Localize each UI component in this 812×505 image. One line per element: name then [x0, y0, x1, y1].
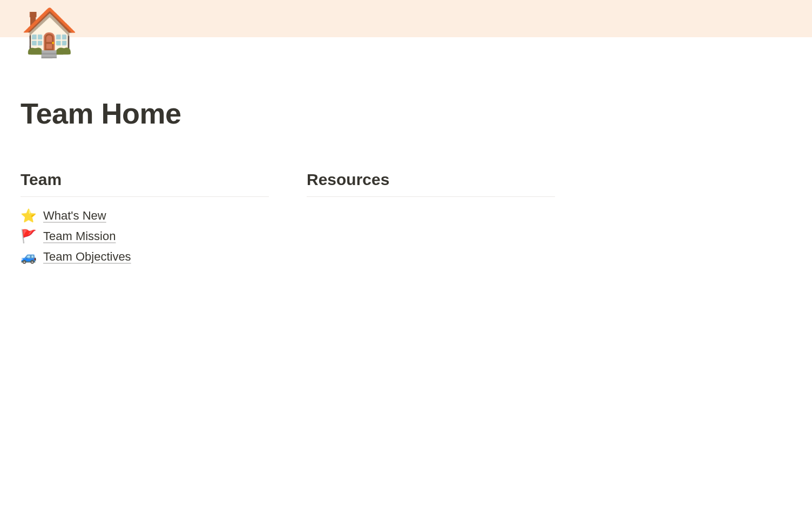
page-link-label: What's New: [43, 209, 106, 223]
page-icon[interactable]: 🏠: [21, 9, 78, 55]
column-team: Team ⭐ What's New 🚩 Team Mission 🚙 Team …: [21, 170, 269, 267]
columns: Team ⭐ What's New 🚩 Team Mission 🚙 Team …: [21, 170, 791, 267]
flag-icon: 🚩: [21, 230, 37, 243]
section-heading-resources[interactable]: Resources: [307, 170, 555, 197]
car-icon: 🚙: [21, 250, 37, 263]
section-heading-team[interactable]: Team: [21, 170, 269, 197]
page-link-label: Team Mission: [43, 229, 116, 243]
page-title[interactable]: Team Home: [21, 97, 791, 130]
header-banner: [0, 0, 812, 37]
page-link-whats-new[interactable]: ⭐ What's New: [21, 206, 269, 226]
page-content: Team Home Team ⭐ What's New 🚩 Team Missi…: [0, 97, 812, 267]
page-link-team-mission[interactable]: 🚩 Team Mission: [21, 226, 269, 247]
star-icon: ⭐: [21, 209, 37, 222]
page-link-team-objectives[interactable]: 🚙 Team Objectives: [21, 247, 269, 267]
column-resources: Resources: [307, 170, 555, 267]
page-link-label: Team Objectives: [43, 250, 131, 264]
